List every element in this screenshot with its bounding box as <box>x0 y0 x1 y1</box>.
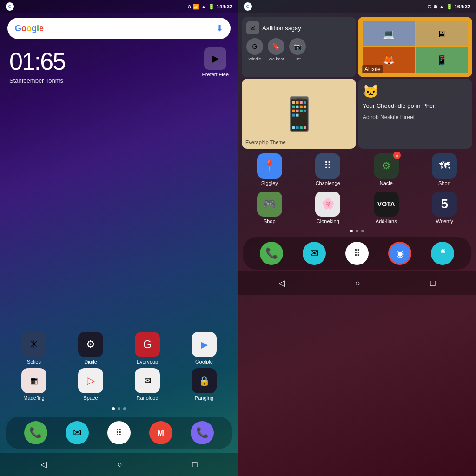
webest-label: We best <box>269 57 284 61</box>
madefing-icon: ▦ <box>21 368 46 393</box>
tech-img-2: 🖥 <box>416 21 468 46</box>
status-bar-left: G ⊙ 📶 ▲ 🔋 144:32 <box>0 0 238 13</box>
signal-icon-r: ▲ <box>439 4 444 9</box>
dock-r-phone[interactable]: 📞 <box>260 242 283 265</box>
pet-icon: 📷 <box>289 38 306 55</box>
your-choice-text: Your Chood·Idle go in Pher! <box>363 102 468 110</box>
widget-area: ✉ Aallition sagay G Windie 🔖 We best 📷 P… <box>238 15 476 151</box>
quick-actions: G Windie 🔖 We best 📷 Pet <box>246 38 351 61</box>
app-siggley[interactable]: 📍 Siggley <box>242 153 298 186</box>
widget-bottom-right[interactable]: 🐱 Your Chood·Idle go in Pher! Actrob Nes… <box>358 79 472 149</box>
dock-dialer[interactable]: 📞 <box>191 421 214 444</box>
dock-r-messages[interactable]: ❝ <box>431 242 454 265</box>
app-ranolood[interactable]: ✉ Ranolood <box>121 368 174 401</box>
dock-apps[interactable]: ⠿ <box>107 421 131 444</box>
windie-label: Windie <box>248 57 261 61</box>
allixite-label: Allixite <box>362 65 383 73</box>
clock-area: 01:65 Stanfoember Tohms ▶ Prefert Flee <box>0 44 238 88</box>
app-addilans[interactable]: VOTA Add·Ilans <box>358 192 414 224</box>
app-shop[interactable]: 🎮 Shop <box>242 192 298 224</box>
clock-time: 01:65 <box>9 47 65 75</box>
home-button-left[interactable]: ○ <box>117 460 122 469</box>
home-button-right[interactable]: ○ <box>355 278 360 288</box>
madefing-label: Madefing <box>23 395 44 401</box>
siggley-icon: 📍 <box>257 153 282 178</box>
nacle-badge: ★ <box>393 152 401 159</box>
app-space[interactable]: ▷ Space <box>64 368 117 401</box>
dot-r1 <box>350 230 353 232</box>
status-info-right: © ⊕ ▲ 🔋 164:32 <box>428 4 470 10</box>
widget-title: Aallition sagay <box>262 25 301 32</box>
goolple-label: Goolple <box>195 359 213 364</box>
widget-app-icon: ✉ <box>246 21 259 34</box>
dock-r-chrome[interactable]: ◉ <box>388 242 411 265</box>
webest-icon: 🔖 <box>268 38 284 55</box>
siggley-wrap: 📍 <box>257 153 282 178</box>
battery-icon: 🔋 <box>208 4 215 10</box>
space-label: Space <box>83 395 98 401</box>
app-madefing[interactable]: ▦ Madefing <box>7 368 60 401</box>
app-solies[interactable]: ☀ Solies <box>7 332 60 364</box>
digile-icon: ⚙ <box>78 332 103 357</box>
app-nacle[interactable]: ⚙ ★ Nacle <box>358 153 414 186</box>
nav-bar-right: ◁ ○ □ <box>238 271 476 295</box>
back-button-left[interactable]: ◁ <box>40 459 47 469</box>
location-icon: ⊙ <box>187 4 191 9</box>
short-label: Short <box>438 180 450 186</box>
cat-icon-widget: 🐱 <box>363 84 468 99</box>
cloneking-icon: 🌸 <box>315 192 340 217</box>
chaolenge-label: Chaolenge <box>316 180 340 186</box>
status-bar-right: G © ⊕ ▲ 🔋 164:32 <box>238 0 476 13</box>
dock-email[interactable]: ✉ <box>66 421 89 444</box>
quick-action-webest[interactable]: 🔖 We best <box>268 38 284 61</box>
widget-title-wrap: Aallition sagay <box>262 25 301 32</box>
dot-r2 <box>356 230 358 232</box>
tech-img-1: 💻 <box>363 21 415 46</box>
app-goolple[interactable]: ▶ Goolple <box>178 332 231 364</box>
dot-r3 <box>361 230 364 232</box>
back-button-right[interactable]: ◁ <box>278 278 285 288</box>
recent-button-right[interactable]: □ <box>430 278 436 288</box>
widget-header: ✉ Aallition sagay <box>246 21 351 34</box>
ranolood-icon: ✉ <box>135 368 160 393</box>
recent-button-left[interactable]: □ <box>192 460 198 469</box>
signal-icon: ▲ <box>201 4 206 9</box>
quick-action-pet[interactable]: 📷 Pet <box>289 38 306 61</box>
widget-bottom-left[interactable]: 📱 Everaphip Theme <box>242 79 356 149</box>
page-dots-left <box>0 404 238 413</box>
app-short[interactable]: 🗺 Short <box>417 153 473 186</box>
dot-1 <box>112 407 115 410</box>
cloneking-label: Cloneking <box>317 218 339 224</box>
clock-left: 01:65 Stanfoember Tohms <box>9 47 65 84</box>
dock-r-email[interactable]: ✉ <box>303 242 326 265</box>
app-everypup[interactable]: G Everypup <box>121 332 174 364</box>
app-wrienfy[interactable]: 5 Wrienfy <box>417 192 473 224</box>
windie-icon: G <box>246 38 263 55</box>
play-store-label: Prefert Flee <box>202 72 229 77</box>
solies-icon: ☀ <box>21 332 46 357</box>
digile-label: Digile <box>84 359 97 364</box>
app-panging[interactable]: 🔒 Panging <box>178 368 231 401</box>
phone-mockup: 📱 <box>279 95 319 133</box>
short-icon: 🗺 <box>432 153 457 178</box>
widget-top-left[interactable]: ✉ Aallition sagay G Windie 🔖 We best 📷 P… <box>242 17 356 77</box>
dot-3 <box>123 407 126 410</box>
google-search-bar[interactable]: Google ⬇ <box>7 18 231 39</box>
mic-icon[interactable]: ⬇ <box>216 23 223 33</box>
app-chaolenge[interactable]: ⠿ Chaolenge <box>300 153 356 186</box>
clock-right: ▶ Prefert Flee <box>202 47 229 77</box>
alert-icon: ⊕ <box>433 4 437 10</box>
widget-top-right[interactable]: 💻 🖥 🦊 📱 Allixite <box>358 17 472 77</box>
dock-r-apps[interactable]: ⠿ <box>345 242 369 265</box>
phone-left: G ⊙ 📶 ▲ 🔋 144:32 Google ⬇ 01:65 Stanfoem… <box>0 0 238 476</box>
play-store-icon[interactable]: ▶ <box>204 47 226 70</box>
clock-date: Stanfoember Tohms <box>9 77 65 84</box>
dock-gmail[interactable]: M <box>149 421 172 444</box>
actrob-text: Actrob Neskile Bireet <box>363 114 468 120</box>
tech-img-4: 📱 <box>416 47 468 73</box>
dock-left: 📞 ✉ ⠿ M 📞 <box>6 416 232 449</box>
quick-action-windie[interactable]: G Windie <box>246 38 263 61</box>
app-digile[interactable]: ⚙ Digile <box>64 332 117 364</box>
app-cloneking[interactable]: 🌸 Cloneking <box>300 192 356 224</box>
dock-phone[interactable]: 📞 <box>24 421 47 444</box>
